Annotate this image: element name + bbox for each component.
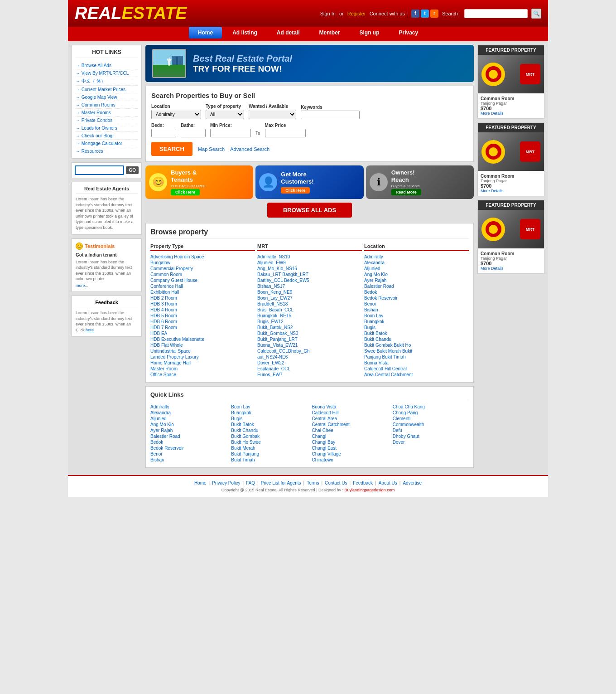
browse-link[interactable]: Bishan bbox=[364, 307, 469, 313]
browse-link[interactable]: HDB 5 Room bbox=[150, 313, 255, 319]
search-button-main[interactable]: SEARCH bbox=[151, 142, 192, 156]
quick-link[interactable]: Alexandra bbox=[150, 410, 226, 416]
twitter-icon[interactable]: t bbox=[421, 10, 429, 18]
leads-owners-link[interactable]: → Leads for Owners bbox=[76, 126, 117, 131]
footer-designer-link[interactable]: Buylandingpagedesign.com bbox=[345, 488, 395, 492]
ad-banner-owners[interactable]: ℹ Owners!Reach Buyers & Tenants Read Mor… bbox=[366, 165, 474, 199]
feedback-link[interactable]: here bbox=[86, 328, 94, 332]
footer-contact-link[interactable]: Contact Us bbox=[325, 480, 347, 485]
quick-link[interactable]: Changi Village bbox=[312, 451, 388, 457]
browse-all-button[interactable]: BROWSE ALL ADS bbox=[267, 203, 352, 218]
quick-link[interactable]: Bukit Gombak bbox=[231, 433, 307, 439]
quick-link[interactable]: Bukit Timah bbox=[231, 457, 307, 463]
browse-link[interactable]: Esplanade_CCL bbox=[257, 366, 362, 372]
master-rooms-link[interactable]: → Master Rooms bbox=[76, 110, 111, 115]
quick-link[interactable]: Boon Lay bbox=[231, 404, 307, 410]
nav-member[interactable]: Member bbox=[310, 27, 349, 39]
quick-link[interactable]: Admiralty bbox=[150, 404, 226, 410]
baths-input[interactable] bbox=[181, 129, 206, 137]
browse-link[interactable]: Area Central Catchment bbox=[364, 372, 469, 378]
browse-link[interactable]: Conference Hall bbox=[150, 283, 255, 289]
footer-advertise-link[interactable]: Advertise bbox=[403, 480, 422, 485]
nav-home[interactable]: Home bbox=[189, 27, 222, 39]
nav-signup[interactable]: Sign up bbox=[351, 27, 389, 39]
blog-link[interactable]: → Check our Blog! bbox=[76, 133, 114, 138]
browse-link[interactable]: Braddell_NS18 bbox=[257, 301, 362, 307]
agents-search-input[interactable] bbox=[75, 165, 124, 175]
beds-input[interactable] bbox=[151, 129, 176, 137]
browse-link[interactable]: Home Marriage Hall bbox=[150, 360, 255, 366]
browse-link[interactable]: Advertising Hoardin Space bbox=[150, 254, 255, 260]
footer-pricelist-link[interactable]: Price List for Agents bbox=[261, 480, 301, 485]
browse-link[interactable]: Bakau_LRT Bangkit_LRT bbox=[257, 272, 362, 277]
quick-link[interactable]: Commonwealth bbox=[393, 422, 469, 427]
quick-link[interactable]: Bukit Chandu bbox=[231, 427, 307, 433]
browse-link[interactable]: Buona Vista bbox=[364, 360, 469, 366]
chinese-link[interactable]: → 中文（ 体） bbox=[76, 78, 106, 83]
browse-link[interactable]: Office Space bbox=[150, 372, 255, 378]
browse-link[interactable]: Bungalow bbox=[150, 260, 255, 266]
browse-link[interactable]: Bukit Batok bbox=[364, 330, 469, 336]
map-search-link[interactable]: Map Search bbox=[198, 146, 225, 152]
browse-link[interactable]: HDB 4 Room bbox=[150, 307, 255, 313]
resources-link[interactable]: → Resources bbox=[76, 149, 103, 154]
quick-link[interactable]: Bedok bbox=[150, 439, 226, 445]
quick-link[interactable]: Bukit Ho Swee bbox=[231, 439, 307, 445]
browse-link[interactable]: Buangkok bbox=[364, 319, 469, 325]
quick-link[interactable]: Dover bbox=[393, 439, 469, 445]
private-condos-link[interactable]: → Private Condos bbox=[76, 118, 112, 123]
browse-link[interactable]: Master Room bbox=[150, 366, 255, 372]
quick-link[interactable]: Buona Vista bbox=[312, 404, 388, 410]
quick-link[interactable]: Chong Pang bbox=[393, 410, 469, 416]
facebook-icon[interactable]: f bbox=[411, 10, 419, 18]
quick-link[interactable]: Central Area bbox=[312, 416, 388, 422]
browse-link[interactable]: Boon_Keng_NE9 bbox=[257, 289, 362, 295]
common-rooms-link[interactable]: → Common Rooms bbox=[76, 102, 116, 107]
footer-home-link[interactable]: Home bbox=[194, 480, 207, 485]
browse-link[interactable]: Swee Bukit Merah Bukit bbox=[364, 348, 469, 354]
browse-link[interactable]: aut_NS24-NE6 bbox=[257, 354, 362, 360]
search-button[interactable]: 🔍 bbox=[531, 9, 541, 19]
browse-link[interactable]: Dover_EW22 bbox=[257, 360, 362, 366]
type-select[interactable]: All bbox=[206, 110, 244, 119]
agents-search-button[interactable]: GO bbox=[126, 166, 139, 174]
browse-link[interactable]: Bishan_NS17 bbox=[257, 283, 362, 289]
signin-link[interactable]: Sign In bbox=[320, 11, 336, 16]
browse-link[interactable]: HDB 2 Room bbox=[150, 295, 255, 301]
browse-link[interactable]: HDB EA bbox=[150, 330, 255, 336]
owners-btn[interactable]: Read More bbox=[391, 189, 421, 195]
browse-link[interactable]: Admiralty_NS10 bbox=[257, 254, 362, 260]
browse-link[interactable]: HDB 6 Room bbox=[150, 319, 255, 325]
browse-link[interactable]: Company Guest House bbox=[150, 277, 255, 283]
browse-link[interactable]: Bartley_CCL Bedok_EW5 bbox=[257, 277, 362, 283]
search-input[interactable] bbox=[464, 9, 528, 18]
quick-link[interactable]: Bishan bbox=[150, 457, 226, 463]
advanced-search-link[interactable]: Advanced Search bbox=[230, 146, 270, 152]
browse-link[interactable]: Boon_Lay_EW27 bbox=[257, 295, 362, 301]
quick-link[interactable]: Bugis bbox=[231, 416, 307, 422]
browse-link[interactable]: Ang_Mo_Kio_NS16 bbox=[257, 266, 362, 272]
footer-about-link[interactable]: About Us bbox=[379, 480, 397, 485]
browse-link[interactable]: Bugis bbox=[364, 325, 469, 330]
quick-link[interactable]: Chinatown bbox=[312, 457, 388, 463]
quick-link[interactable]: Ayer Rajah bbox=[150, 427, 226, 433]
featured-more-3[interactable]: More Details bbox=[481, 266, 541, 271]
browse-link[interactable]: Exhibition Hall bbox=[150, 289, 255, 295]
quick-link[interactable]: Changi bbox=[312, 433, 388, 439]
browse-link[interactable]: Ang Mo Kio bbox=[364, 272, 469, 277]
browse-link[interactable]: Bukit_Panjang_LRT bbox=[257, 336, 362, 342]
mortgage-link[interactable]: → Mortgage Calculator bbox=[76, 141, 122, 146]
keywords-input[interactable] bbox=[301, 111, 360, 119]
browse-link[interactable]: Panjang Bukit Timah bbox=[364, 354, 469, 360]
browse-link[interactable]: Caldecott_CCLDhoby_Gh bbox=[257, 348, 362, 354]
browse-link[interactable]: HDB Flat Whole bbox=[150, 342, 255, 348]
rss-icon[interactable]: r bbox=[430, 10, 438, 18]
minprice-input[interactable] bbox=[210, 129, 251, 137]
browse-link[interactable]: Bukit_Gombak_NS3 bbox=[257, 330, 362, 336]
browse-link[interactable]: HDB 3 Room bbox=[150, 301, 255, 307]
browse-link[interactable]: Bukit Chandu bbox=[364, 336, 469, 342]
location-select[interactable]: Admiralty bbox=[151, 110, 201, 119]
browse-link[interactable]: Buona_Vista_EW21 bbox=[257, 342, 362, 348]
browse-link[interactable]: Benoi bbox=[364, 301, 469, 307]
quick-link[interactable]: Caldecott Hill bbox=[312, 410, 388, 416]
